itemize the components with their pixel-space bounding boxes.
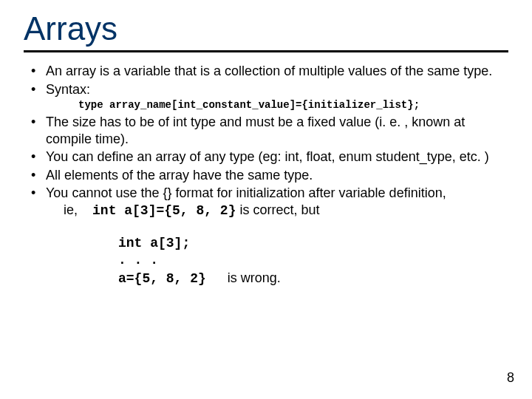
code-block: int a[3]; . . . a={5, 8, 2} is wrong. (118, 235, 508, 287)
code-line: a={5, 8, 2} is wrong. (118, 270, 508, 287)
bullet-text: You cannot use the {} format for initial… (46, 185, 446, 200)
bullet-list: An array is a variable that is a collect… (24, 63, 508, 98)
slide-title: Arrays (24, 10, 508, 47)
syntax-code: type array_name[int_constant_value]={ini… (78, 99, 508, 111)
title-underline (24, 50, 508, 52)
bullet-item: Syntax: (24, 81, 508, 98)
bullet-item: You can define an array of any type (eg:… (24, 149, 508, 166)
slide: Arrays An array is a variable that is a … (0, 0, 532, 399)
bullet-item: All elements of the array have the same … (24, 167, 508, 184)
ie-label: ie, (64, 202, 78, 217)
bullet-item: You cannot use the {} format for initial… (24, 185, 508, 219)
bullet-item: An array is a variable that is a collect… (24, 63, 508, 80)
code-line: int a[3]; (118, 235, 508, 252)
code-line: . . . (118, 252, 508, 269)
page-number: 8 (507, 370, 514, 386)
wrong-label: is wrong. (228, 270, 281, 285)
code-text: a={5, 8, 2} (118, 271, 206, 286)
bullet-list-2: The size has to be of int type and must … (24, 114, 508, 219)
bullet-tail: is correct, but (239, 202, 319, 217)
bullet-item: The size has to be of int type and must … (24, 114, 508, 147)
inline-code: int a[3]={5, 8, 2} (92, 203, 236, 218)
